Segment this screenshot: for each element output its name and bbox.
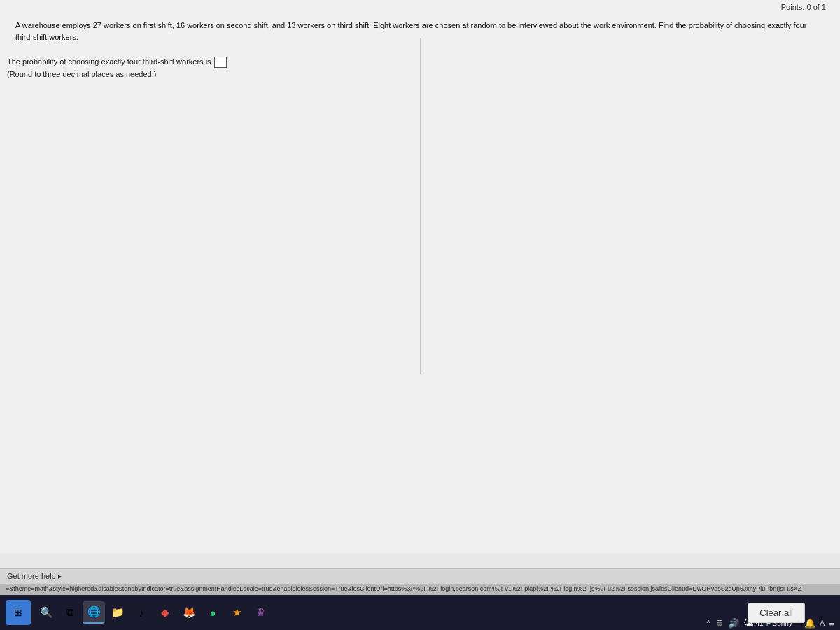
circle-app-icon: ● bbox=[209, 607, 216, 619]
answer-prefix: The probability of choosing exactly four… bbox=[7, 56, 211, 69]
tray-expand[interactable]: ^ bbox=[797, 619, 800, 627]
firefox-icon: 🦊 bbox=[183, 606, 196, 619]
diamond-icon: ◆ bbox=[161, 606, 169, 619]
explorer-icon: 📁 bbox=[111, 606, 125, 619]
crown-app-button[interactable]: ♛ bbox=[249, 601, 272, 624]
notification-icon[interactable]: 🔔 bbox=[804, 618, 816, 629]
volume-icon[interactable]: 🔊 bbox=[728, 618, 739, 629]
url-text: =&theme=math&style=highered&disableStand… bbox=[6, 585, 802, 592]
edge-button[interactable]: 🌐 bbox=[83, 601, 105, 624]
circle-app-button[interactable]: ● bbox=[202, 601, 224, 624]
keyboard-layout-icon: A bbox=[820, 619, 825, 627]
vertical-divider bbox=[420, 38, 421, 374]
layout-menu-icon[interactable]: ≡ bbox=[829, 618, 834, 629]
answer-line: The probability of choosing exactly four… bbox=[7, 56, 227, 69]
search-taskbar-button[interactable]: 🔍 bbox=[35, 601, 57, 624]
music-button[interactable]: ♪ bbox=[130, 601, 153, 624]
get-more-help-link[interactable]: Get more help ▸ bbox=[7, 572, 62, 581]
points-bar: Points: 0 of 1 bbox=[781, 0, 840, 14]
tray-caret[interactable]: ^ bbox=[707, 620, 710, 627]
diamond-button[interactable]: ◆ bbox=[154, 601, 176, 624]
star-app-icon: ★ bbox=[232, 606, 241, 619]
edge-icon: 🌐 bbox=[88, 606, 101, 618]
weather-temp: 41°F Sunny bbox=[756, 620, 792, 627]
start-button[interactable]: ⊞ bbox=[6, 600, 31, 625]
answer-area: The probability of choosing exactly four… bbox=[7, 56, 227, 80]
weather-icon: 🌤 bbox=[743, 617, 753, 629]
answer-input[interactable] bbox=[214, 57, 227, 68]
answer-note: (Round to three decimal places as needed… bbox=[7, 69, 227, 81]
music-icon: ♪ bbox=[139, 607, 144, 619]
monitor-icon: 🖥 bbox=[715, 618, 724, 629]
url-bar: =&theme=math&style=highered&disableStand… bbox=[0, 584, 840, 595]
explorer-button[interactable]: 📁 bbox=[106, 601, 129, 624]
browser-content: Points: 0 of 1 A warehouse employs 27 wo… bbox=[0, 0, 840, 553]
start-icon: ⊞ bbox=[14, 607, 22, 618]
weather-info: 🌤 41°F Sunny bbox=[743, 617, 792, 629]
points-label: Points: 0 of 1 bbox=[781, 3, 826, 11]
system-taskbar: ⊞ 🔍 ⧉ 🌐 📁 ♪ ◆ 🦊 ● ★ ♛ bbox=[0, 595, 840, 630]
search-taskbar-icon: 🔍 bbox=[40, 606, 53, 619]
system-tray: ^ 🖥 🔊 🌤 41°F Sunny ^ 🔔 A ≡ bbox=[707, 617, 834, 629]
star-app-button[interactable]: ★ bbox=[225, 601, 248, 624]
help-bar: Get more help ▸ bbox=[0, 568, 840, 584]
taskview-button[interactable]: ⧉ bbox=[59, 601, 81, 624]
firefox-button[interactable]: 🦊 bbox=[178, 601, 200, 624]
crown-app-icon: ♛ bbox=[256, 606, 265, 619]
taskview-icon: ⧉ bbox=[66, 606, 74, 619]
